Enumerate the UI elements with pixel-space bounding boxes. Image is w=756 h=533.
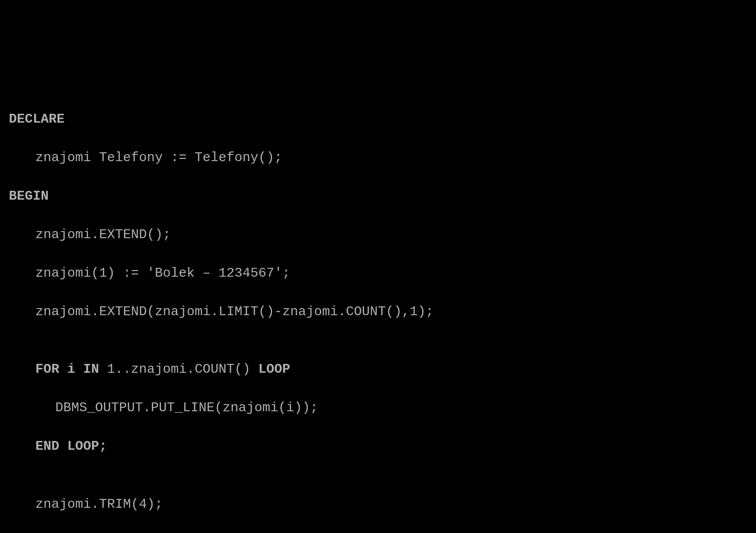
code-line: FOR i IN 1..znajomi.COUNT() LOOP (9, 360, 747, 379)
code-line: DBMS_OUTPUT.PUT_LINE(znajomi(i)); (9, 398, 747, 418)
code-line: znajomi(1) := 'Bolek – 1234567'; (9, 264, 747, 283)
code-text: 1..znajomi.COUNT() (107, 362, 250, 377)
code-line: DECLARE (9, 110, 747, 129)
keyword: FOR i IN (35, 362, 107, 377)
code-line: BEGIN (9, 187, 747, 206)
code-line: znajomi.TRIM(4); (9, 495, 747, 514)
code-line: znajomi.EXTEND(znajomi.LIMIT()-znajomi.C… (9, 302, 747, 322)
code-line: znajomi Telefony := Telefony(); (9, 148, 747, 168)
code-line: END LOOP; (9, 437, 747, 456)
code-block: DECLARE znajomi Telefony := Telefony(); … (9, 90, 747, 533)
keyword: LOOP (250, 362, 290, 377)
code-line: znajomi.EXTEND(); (9, 225, 747, 245)
